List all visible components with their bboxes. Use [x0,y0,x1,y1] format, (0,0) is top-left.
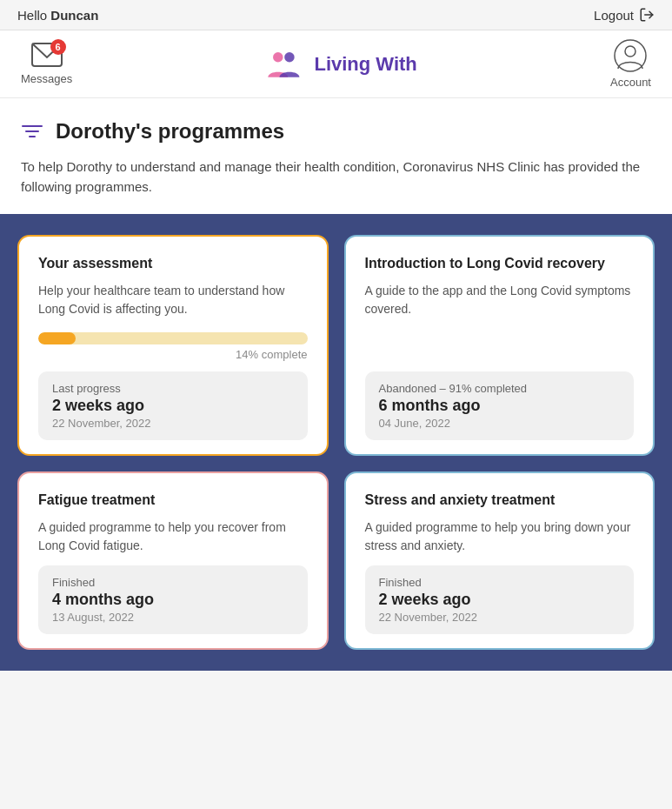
account-label: Account [610,76,651,89]
status-box: Abandoned – 91% completed 6 months ago 0… [365,371,635,440]
logout-button[interactable]: Logout [594,7,655,23]
messages-label: Messages [21,72,72,85]
logout-icon [639,7,655,23]
program-card[interactable]: Fatigue treatment A guided programme to … [17,471,329,650]
programs-grid: Your assessment Help your healthcare tea… [17,235,655,650]
program-card[interactable]: Stress and anxiety treatment A guided pr… [344,471,655,650]
account-icon [614,39,647,72]
program-card-desc: A guide to the app and the Long Covid sy… [365,282,635,318]
program-card-title: Your assessment [38,256,308,271]
status-box-time: 4 months ago [52,591,294,609]
status-box-time: 6 months ago [379,397,621,415]
logo-text: Living With [314,53,416,76]
messages-nav[interactable]: 6 Messages [21,43,72,85]
program-card[interactable]: Your assessment Help your healthcare tea… [17,235,329,456]
status-box-label: Abandoned – 91% completed [379,382,621,395]
progress-container: 14% complete [38,332,308,361]
program-card-desc: A guided programme to help you bring dow… [365,518,635,555]
status-box-label: Finished [52,576,294,589]
status-box: Finished 4 months ago 13 August, 2022 [38,565,308,634]
messages-icon-wrapper: 6 [31,43,63,69]
svg-point-5 [625,46,635,57]
program-card-title: Stress and anxiety treatment [365,492,635,508]
page-content: Dorothy's programmes To help Dorothy to … [0,98,672,214]
page-title: Dorothy's programmes [56,119,284,144]
status-box-date: 04 June, 2022 [379,417,621,430]
programmes-icon [21,120,43,143]
program-card[interactable]: Introduction to Long Covid recovery A gu… [344,235,655,456]
status-box-date: 22 November, 2022 [379,611,621,624]
status-box: Last progress 2 weeks ago 22 November, 2… [38,371,308,440]
page-title-row: Dorothy's programmes [21,119,651,144]
logo-icon [265,49,305,80]
progress-bar-bg [38,332,308,344]
nav-bar: 6 Messages Living With Account [0,30,672,98]
status-box: Finished 2 weeks ago 22 November, 2022 [365,565,635,634]
status-box-label: Finished [379,576,621,589]
program-card-title: Introduction to Long Covid recovery [365,256,635,271]
greeting: Hello Duncan [17,8,98,23]
page-subtitle: To help Dorothy to understand and manage… [21,157,651,214]
program-card-desc: Help your healthcare team to understand … [38,282,308,318]
progress-label: 14% complete [38,348,308,361]
status-box-date: 22 November, 2022 [52,417,294,430]
program-card-desc: A guided programme to help you recover f… [38,518,308,555]
progress-bar-fill [38,332,76,344]
nav-logo: Living With [265,49,416,80]
logout-label: Logout [594,8,634,23]
program-card-title: Fatigue treatment [38,492,308,508]
programs-section: Your assessment Help your healthcare tea… [0,214,672,671]
account-nav[interactable]: Account [610,39,651,89]
svg-point-3 [285,52,296,63]
status-box-date: 13 August, 2022 [52,611,294,624]
messages-badge: 6 [50,39,66,55]
status-box-time: 2 weeks ago [52,397,294,415]
username: Duncan [50,8,98,23]
svg-point-2 [273,52,283,63]
top-bar: Hello Duncan Logout [0,0,672,30]
status-box-time: 2 weeks ago [379,591,621,609]
status-box-label: Last progress [52,382,294,395]
